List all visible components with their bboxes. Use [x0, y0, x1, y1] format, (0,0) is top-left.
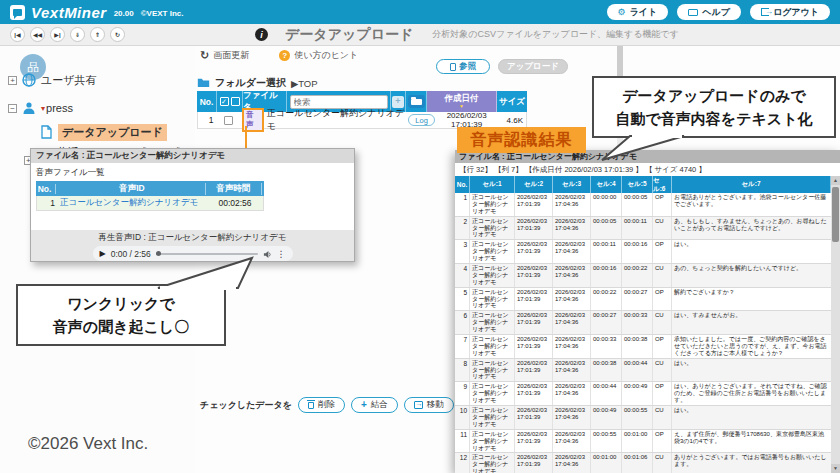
- cell-transcript: え、まず住所が、郵便番号1708630、東京都豊島区東池袋3の1の4です。: [672, 430, 831, 453]
- hint-button[interactable]: 使い方のヒント: [294, 49, 358, 62]
- logout-button[interactable]: ログアウト: [750, 4, 830, 20]
- check-all-icon[interactable]: ✓: [220, 97, 229, 106]
- select-all-controls: ✓: [217, 91, 243, 112]
- cell-created: 2026/02/03 17:01:39: [515, 453, 553, 473]
- nav-prev-icon[interactable]: ◀◀: [30, 27, 45, 42]
- scroll-down-icon[interactable]: ▼: [831, 464, 840, 473]
- cell-start-time: 00:00:55: [591, 430, 622, 453]
- recognition-scrollbar[interactable]: ▲ ▼: [831, 176, 840, 473]
- col-cell1: セル:1: [470, 176, 515, 193]
- callout-connector-line: [245, 126, 247, 150]
- vext-logo-icon: [10, 5, 25, 20]
- nav-reload-icon[interactable]: ↻: [110, 27, 125, 42]
- cell-end-time: 00:00:38: [622, 335, 653, 358]
- cell-file: 正コールセンター解約シナリオデモ: [470, 311, 515, 334]
- folder-path[interactable]: ▶TOP: [291, 78, 318, 89]
- audio-id-link[interactable]: 正コールセンター解約シナリオデモ: [57, 197, 207, 209]
- light-mode-label: ライト: [630, 6, 658, 19]
- cell-updated: 2026/02/03 17:04:36: [553, 217, 591, 240]
- transcript-row[interactable]: 1 正コールセンター解約シナリオデモ 2026/02/03 17:01:39 2…: [455, 193, 831, 217]
- cell-file: 正コールセンター解約シナリオデモ: [470, 453, 515, 473]
- cell-end-time: 00:01:06: [622, 453, 653, 473]
- sidebar-item-press[interactable]: − ▾ press: [8, 100, 73, 116]
- light-mode-button[interactable]: ⚙ ライト: [607, 4, 669, 20]
- move-button[interactable]: 移動: [404, 397, 454, 413]
- folder-icon: [197, 77, 210, 89]
- log-button[interactable]: Log: [408, 114, 435, 126]
- cell-start-time: 00:00:49: [591, 406, 622, 429]
- callout-text: 自動で音声内容をテキスト化: [615, 107, 812, 130]
- cell-created: 2026/02/03 17:01:39: [515, 240, 553, 263]
- logout-label: ログアウト: [773, 6, 819, 19]
- cell-updated: 2026/02/03 17:04:36: [553, 406, 591, 429]
- page-title: データアップロード: [285, 26, 413, 44]
- version-label: 20.00: [114, 9, 134, 18]
- browse-button[interactable]: 参照: [436, 59, 490, 74]
- cell-end-time: 00:00:44: [622, 359, 653, 382]
- transcript-row[interactable]: 3 正コールセンター解約シナリオデモ 2026/02/03 17:01:39 2…: [455, 240, 831, 264]
- data-upload-label: データアップロード: [58, 124, 167, 141]
- transcript-row[interactable]: 5 正コールセンター解約シナリオデモ 2026/02/03 17:01:39 2…: [455, 288, 831, 312]
- transcript-row[interactable]: 4 正コールセンター解約シナリオデモ 2026/02/03 17:01:39 2…: [455, 264, 831, 288]
- cell-updated: 2026/02/03 17:04:36: [553, 240, 591, 263]
- volume-icon[interactable]: [263, 245, 272, 263]
- transcript-row[interactable]: 7 正コールセンター解約シナリオデモ 2026/02/03 17:01:39 2…: [455, 335, 831, 359]
- transcript-row[interactable]: 12 正コールセンター解約シナリオデモ 2026/02/03 17:01:39 …: [455, 453, 831, 473]
- row-checkbox[interactable]: [224, 116, 233, 125]
- scrollbar-thumb[interactable]: [832, 187, 839, 242]
- col-no: No.: [36, 184, 56, 194]
- cell-transcript: はい、すみませんがお。: [672, 311, 831, 334]
- right-callout: データアップロードのみで 自動で音声内容をテキスト化: [592, 76, 836, 138]
- cell-speaker: CU: [653, 359, 672, 382]
- cell-speaker: CU: [653, 311, 672, 334]
- transcript-row[interactable]: 11 正コールセンター解約シナリオデモ 2026/02/03 17:01:39 …: [455, 430, 831, 454]
- cell-updated: 2026/02/03 17:04:36: [553, 335, 591, 358]
- browse-icon: [450, 63, 456, 71]
- playing-audio-label: 再生音声ID : 正コールセンター解約シナリオデモ: [99, 232, 287, 244]
- row-number: 7: [455, 335, 470, 358]
- transcript-row[interactable]: 8 正コールセンター解約シナリオデモ 2026/02/03 17:01:39 2…: [455, 359, 831, 383]
- file-name[interactable]: 正コールセンター解約シナリオデモ: [267, 107, 405, 133]
- collapse-icon[interactable]: −: [8, 104, 17, 113]
- expand-icon[interactable]: +: [8, 76, 17, 85]
- add-folder-button[interactable]: [408, 95, 425, 108]
- uncheck-all-icon[interactable]: [231, 97, 240, 106]
- logout-icon: [761, 8, 769, 16]
- nav-export-icon[interactable]: ⇓: [70, 27, 85, 42]
- transcript-row[interactable]: 9 正コールセンター解約シナリオデモ 2026/02/03 17:01:39 2…: [455, 382, 831, 406]
- clear-search-icon[interactable]: +: [392, 96, 404, 108]
- cell-created: 2026/02/03 17:01:39: [515, 430, 553, 453]
- transcript-row[interactable]: 6 正コールセンター解約シナリオデモ 2026/02/03 17:01:39 2…: [455, 311, 831, 335]
- player-menu-icon[interactable]: ⋮: [277, 249, 286, 259]
- transcript-row[interactable]: 10 正コールセンター解約シナリオデモ 2026/02/03 17:01:39 …: [455, 406, 831, 430]
- scroll-up-icon[interactable]: ▲: [831, 176, 840, 185]
- cell-end-time: 00:00:05: [622, 193, 653, 216]
- right-callout-pointer: [594, 134, 694, 162]
- help-button[interactable]: ヘルプ: [677, 4, 741, 20]
- merge-button[interactable]: + 結合: [351, 397, 398, 413]
- delete-button[interactable]: 削除: [298, 397, 345, 413]
- cell-updated: 2026/02/03 17:04:36: [553, 311, 591, 334]
- upload-button-disabled[interactable]: アップロード: [498, 59, 568, 74]
- col-cell4: セル:4: [591, 176, 622, 193]
- transcript-row[interactable]: 2 正コールセンター解約シナリオデモ 2026/02/03 17:01:39 2…: [455, 217, 831, 241]
- cell-file: 正コールセンター解約シナリオデモ: [470, 193, 515, 216]
- nav-import-icon[interactable]: ⇑: [90, 27, 105, 42]
- recognition-meta: 【行 32】 【列 7】 【作成日付 2026/02/03 17:01:39 】…: [455, 163, 840, 176]
- nav-next-icon[interactable]: ▶|: [50, 27, 65, 42]
- sidebar-item-data-upload[interactable]: データアップロード: [40, 124, 167, 140]
- cell-speaker: OP: [653, 430, 672, 453]
- play-button[interactable]: ▶: [100, 250, 106, 258]
- audio-table-header: No. 音声ID 音声時間: [36, 181, 264, 196]
- row-number: 1: [455, 193, 470, 216]
- cell-speaker: CU: [653, 264, 672, 287]
- col-created[interactable]: 作成日付 ▼: [427, 91, 497, 112]
- cell-created: 2026/02/03 17:01:39: [515, 288, 553, 311]
- sidebar-item-user-shared[interactable]: + ユーザ共有: [8, 72, 97, 88]
- nav-first-icon[interactable]: |◀: [10, 27, 25, 42]
- audio-row[interactable]: 1 正コールセンター解約シナリオデモ 00:02:56: [36, 196, 264, 211]
- cell-speaker: OP: [653, 335, 672, 358]
- cell-start-time: 00:00:33: [591, 335, 622, 358]
- user-shared-label: ユーザ共有: [41, 73, 97, 88]
- refresh-button[interactable]: 画面更新: [213, 49, 249, 62]
